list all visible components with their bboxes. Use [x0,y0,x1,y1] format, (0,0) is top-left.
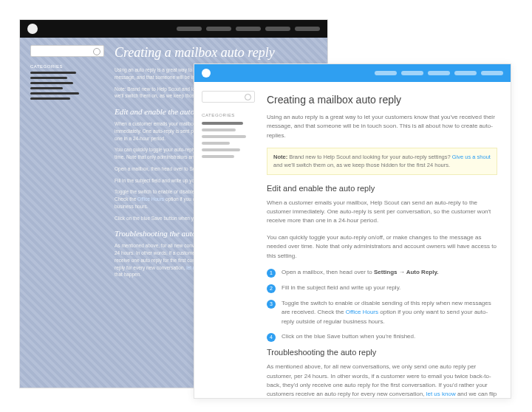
nav-pill[interactable] [454,71,477,75]
sidebar-item[interactable] [202,142,230,145]
sidebar: CATEGORIES [194,82,262,399]
sidebar-item[interactable] [202,135,246,138]
body-text: As mentioned above, for all new conversa… [267,363,497,399]
sidebar-item[interactable] [30,87,63,89]
nav-pill[interactable] [236,27,261,31]
sidebar-item[interactable] [30,82,73,84]
nav-pill[interactable] [177,27,202,31]
sidebar-item[interactable] [30,72,76,74]
page-title: Creating a mailbox auto reply [115,45,317,61]
step-item: 3 Toggle the switch to enable or disable… [267,299,497,326]
app-header-light [194,64,511,82]
office-hours-link[interactable]: Office Hours [346,309,378,315]
nav-pill[interactable] [481,71,503,75]
app-header-dark [20,20,327,38]
sidebar-item[interactable] [202,148,240,151]
intro-text: Using an auto reply is a great way to le… [267,113,497,140]
step-number-icon: 4 [267,333,276,342]
step-item: 2 Fill in the subject field and write up… [267,284,497,293]
body-text: When a customer emails your mailbox, Hel… [267,199,497,226]
sidebar-item[interactable] [202,155,234,158]
body-text: You can quickly toggle your auto-reply o… [267,233,497,261]
section-heading: Troubleshooting the auto reply [267,348,497,357]
nav-pill[interactable] [295,27,320,31]
steps-list: 1 Open a mailbox, then head over to Sett… [267,268,497,342]
let-us-know-link[interactable]: let us know [426,391,456,397]
categories-label: CATEGORIES [30,64,104,69]
step-number-icon: 3 [267,300,276,309]
sidebar-item[interactable] [30,77,67,79]
nav-pill[interactable] [206,27,231,31]
logo-icon [27,24,38,34]
note-callout: Note: Brand new to Help Scout and lookin… [267,148,497,175]
step-item: 4 Click on the blue Save button when you… [267,332,497,342]
page-title: Creating a mailbox auto reply [267,94,497,106]
step-item: 1 Open a mailbox, then head over to Sett… [267,268,497,278]
article-body: Creating a mailbox auto reply Using an a… [262,82,511,399]
sidebar: CATEGORIES [30,45,104,283]
docs-theme-light: CATEGORIES Creating a mailbox auto reply… [194,63,511,399]
nav-pill[interactable] [265,27,290,31]
sidebar-item[interactable] [30,92,79,95]
step-number-icon: 2 [267,284,276,293]
logo-icon [202,69,211,78]
section-heading: Edit and enable the auto reply [267,184,497,193]
give-us-a-shout-link[interactable]: Give us a shout [452,154,491,160]
sidebar-item[interactable] [30,97,70,100]
nav-pill[interactable] [375,71,397,75]
step-number-icon: 1 [267,269,276,278]
office-hours-link[interactable]: Office Hours [137,196,164,202]
sidebar-item[interactable] [202,122,243,125]
note-label: Note: [273,154,287,160]
search-input[interactable] [202,91,255,103]
search-input[interactable] [30,45,104,57]
categories-label: CATEGORIES [202,113,255,117]
nav-pill[interactable] [428,71,450,75]
sidebar-item[interactable] [202,128,236,131]
nav-pill[interactable] [401,71,423,75]
